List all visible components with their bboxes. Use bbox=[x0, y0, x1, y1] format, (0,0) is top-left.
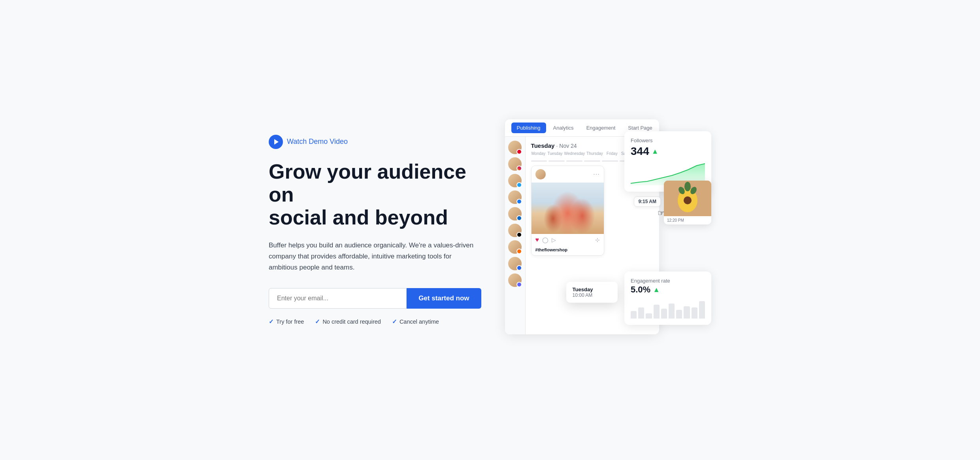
trust-badge-cancel: ✓ Cancel anytime bbox=[392, 318, 439, 325]
post-image bbox=[531, 183, 604, 234]
like-icon[interactable]: ♥ bbox=[535, 236, 539, 243]
headline-line2: social and beyond bbox=[269, 206, 448, 229]
email-form: Get started now bbox=[269, 288, 481, 309]
cal-line bbox=[548, 160, 565, 162]
engagement-bar bbox=[669, 304, 675, 319]
checkmark-icon: ✓ bbox=[315, 318, 320, 325]
cal-line bbox=[566, 160, 582, 162]
social-account-tiktok[interactable] bbox=[508, 224, 522, 237]
checkmark-icon: ✓ bbox=[392, 318, 397, 325]
left-column: Watch Demo Video Grow your audience on s… bbox=[269, 135, 481, 326]
post-header: ··· bbox=[531, 166, 604, 183]
sunflower-image bbox=[664, 181, 711, 216]
post-actions: ♥ ◯ ▷ ⊹ bbox=[531, 234, 604, 246]
buffer-badge bbox=[516, 265, 522, 271]
engagement-bar bbox=[646, 313, 652, 319]
linkedin-badge bbox=[516, 215, 522, 221]
engagement-value: 5.0% ▲ bbox=[631, 285, 705, 295]
other-badge bbox=[516, 249, 522, 254]
engagement-bar bbox=[631, 311, 637, 319]
tiktok-badge bbox=[516, 232, 522, 238]
engagement-trend-icon: ▲ bbox=[653, 286, 660, 294]
tab-analytics[interactable]: Analytics bbox=[548, 123, 579, 133]
schedule-popup: Tuesday 10:00 AM bbox=[566, 282, 618, 303]
play-icon bbox=[269, 135, 283, 149]
trust-badge-try-free: ✓ Try for free bbox=[269, 318, 304, 325]
hero-subtext: Buffer helps you build an audience organ… bbox=[269, 240, 481, 273]
post-flowers bbox=[531, 183, 604, 234]
social-account-facebook[interactable] bbox=[508, 190, 522, 204]
sunflower-time: 12:20 PM bbox=[664, 216, 711, 224]
comment-icon[interactable]: ◯ bbox=[542, 237, 548, 243]
date-sub: · Nov 24 bbox=[556, 143, 577, 149]
trust-badge-no-credit: ✓ No credit card required bbox=[315, 318, 381, 325]
engagement-bar bbox=[654, 305, 660, 319]
mastodon-badge bbox=[516, 282, 522, 287]
time-tooltip-label: 9:15 AM bbox=[638, 199, 656, 204]
followers-count: 344 ▲ bbox=[631, 145, 705, 158]
engagement-bar bbox=[699, 301, 705, 319]
main-headline: Grow your audience on social and beyond bbox=[269, 160, 481, 229]
svg-point-2 bbox=[684, 196, 692, 204]
engagement-card: Engagement rate 5.0% ▲ bbox=[624, 271, 711, 325]
share-icon[interactable]: ▷ bbox=[552, 237, 556, 243]
bookmark-icon[interactable]: ⊹ bbox=[595, 237, 600, 243]
instagram-badge bbox=[516, 166, 522, 171]
checkmark-icon: ✓ bbox=[269, 318, 274, 325]
engagement-bars bbox=[631, 299, 705, 319]
tab-publishing[interactable]: Publishing bbox=[511, 123, 546, 133]
trust-badges: ✓ Try for free ✓ No credit card required… bbox=[269, 318, 481, 325]
post-caption: #theflowershop bbox=[531, 246, 604, 255]
engagement-bar bbox=[638, 307, 644, 319]
cal-day-tue: Tuesday bbox=[547, 151, 562, 156]
engagement-bar bbox=[676, 310, 682, 319]
social-account-instagram[interactable] bbox=[508, 157, 522, 171]
right-column: Publishing Analytics Engagement Start Pa… bbox=[505, 119, 711, 341]
post-card: ··· ♥ ◯ ▷ ⊹ #theflowershop bbox=[531, 166, 604, 256]
post-options-icon[interactable]: ··· bbox=[593, 171, 599, 178]
social-account-mastodon[interactable] bbox=[508, 273, 522, 287]
get-started-button[interactable]: Get started now bbox=[407, 288, 481, 309]
cal-day-wed: Wednesday bbox=[564, 151, 585, 156]
engagement-label: Engagement rate bbox=[631, 278, 705, 284]
engagement-bar bbox=[692, 307, 697, 319]
social-account-twitter[interactable] bbox=[508, 174, 522, 187]
social-account-buffer[interactable] bbox=[508, 257, 522, 270]
facebook-badge bbox=[516, 199, 522, 204]
followers-label: Followers bbox=[631, 138, 705, 143]
time-tooltip: 9:15 AM bbox=[634, 196, 661, 207]
cal-day-fri: Friday bbox=[605, 151, 620, 156]
social-account-other[interactable] bbox=[508, 240, 522, 254]
watch-demo-link[interactable]: Watch Demo Video bbox=[269, 135, 348, 149]
up-trend-icon: ▲ bbox=[652, 147, 659, 156]
tab-engagement[interactable]: Engagement bbox=[581, 123, 621, 133]
engagement-bar bbox=[684, 306, 690, 319]
watch-demo-label: Watch Demo Video bbox=[287, 138, 348, 146]
svg-point-3 bbox=[684, 182, 691, 191]
popup-time: 10:00 AM bbox=[573, 292, 611, 298]
post-avatar bbox=[535, 169, 546, 179]
page-wrapper: Watch Demo Video Grow your audience on s… bbox=[245, 104, 735, 356]
headline-line1: Grow your audience on bbox=[269, 160, 466, 206]
cal-line bbox=[531, 160, 547, 162]
cal-line bbox=[584, 160, 600, 162]
pinterest-badge bbox=[516, 149, 522, 155]
cal-day-mon: Monday bbox=[531, 151, 546, 156]
sunflower-svg bbox=[664, 181, 711, 216]
sunflower-card: 12:20 PM bbox=[664, 181, 711, 224]
email-input[interactable] bbox=[269, 288, 407, 309]
sidebar-avatars bbox=[505, 137, 526, 334]
engagement-bar bbox=[661, 309, 667, 319]
cal-day-thu: Thursday bbox=[586, 151, 603, 156]
twitter-badge bbox=[516, 182, 522, 188]
followers-number: 344 bbox=[631, 145, 649, 158]
cal-line bbox=[602, 160, 618, 162]
social-account-linkedin[interactable] bbox=[508, 207, 522, 221]
social-account-pinterest[interactable] bbox=[508, 141, 522, 154]
popup-day: Tuesday bbox=[573, 287, 611, 292]
